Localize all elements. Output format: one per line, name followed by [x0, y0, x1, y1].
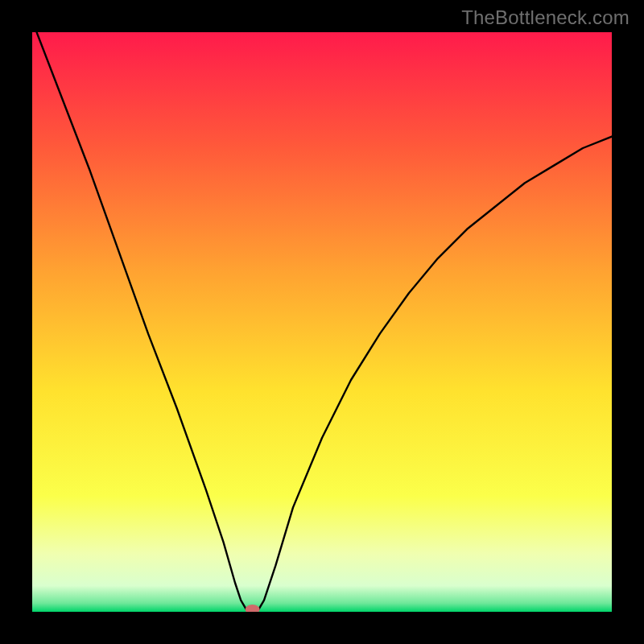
- bottleneck-chart: [32, 32, 612, 612]
- watermark-text: TheBottleneck.com: [461, 6, 630, 29]
- chart-frame: TheBottleneck.com: [0, 0, 644, 644]
- plot-area: [32, 32, 612, 612]
- gradient-background: [32, 32, 612, 612]
